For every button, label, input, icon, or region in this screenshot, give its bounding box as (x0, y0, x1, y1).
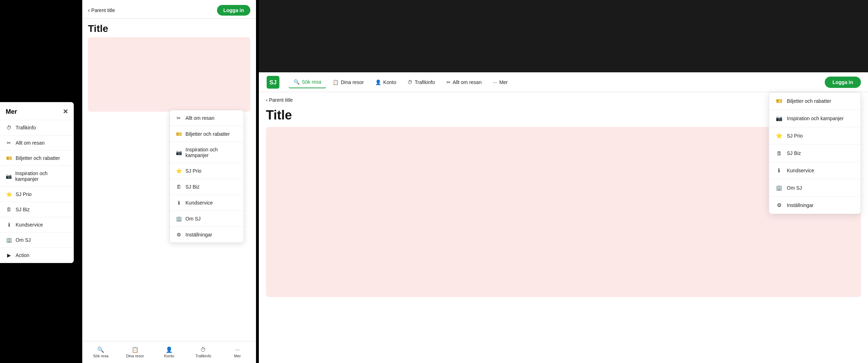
mobile-frame: ‹ Parent title Logga in Title ✂ Allt om … (82, 0, 256, 363)
inspiration-icon: 📷 (6, 173, 12, 179)
mobile-dd-sj-biz[interactable]: 🗓 SJ Biz (170, 179, 244, 195)
sj-biz-desktop-dd-icon: 🗓 (775, 150, 783, 157)
sidebar-item-kundservice[interactable]: ℹ Kundservice (0, 217, 74, 233)
installningar-desktop-dd-icon: ⚙ (775, 202, 783, 209)
nav-item-konto-label: Konto (383, 79, 396, 85)
desktop-dd-kundservice[interactable]: ℹ Kundservice (769, 162, 861, 179)
mer-nav-icon: ··· (493, 79, 497, 85)
sidebar-item-action[interactable]: ▶ Action (0, 248, 74, 263)
dina-resor-nav-icon: 📋 (333, 79, 339, 85)
sidebar-item-sj-prio[interactable]: ⭐ SJ Prio (0, 187, 74, 202)
nav-item-sok-resa[interactable]: 🔍 Sök resa (289, 76, 326, 88)
nav-item-sok-resa-label: Sök resa (302, 79, 321, 85)
desktop-dd-installningar[interactable]: ⚙ Inställningar (769, 197, 861, 214)
back-arrow-icon: ‹ (88, 7, 90, 13)
inspiration-dd-icon: 📷 (176, 149, 182, 156)
bottom-nav-mer[interactable]: ··· Mer (221, 345, 255, 359)
sj-prio-dd-icon: ⭐ (176, 168, 182, 174)
om-sj-icon: 🏢 (6, 237, 12, 243)
sidebar-item-allt-om-resan[interactable]: ✂ Allt om resan (0, 135, 74, 151)
mobile-dd-installningar-label: Inställningar (185, 232, 212, 238)
mobile-dd-inspiration-label: Inspiration och kampanjer (185, 147, 238, 158)
desktop-dd-inspiration[interactable]: 📷 Inspiration och kampanjer (769, 110, 861, 127)
desktop-login-button[interactable]: Logga in (825, 77, 861, 88)
mobile-login-button[interactable]: Logga in (217, 5, 250, 16)
bottom-nav-dina-resor[interactable]: 📋 Dina resor (118, 345, 152, 359)
nav-item-dina-resor[interactable]: 📋 Dina resor (328, 77, 369, 88)
nav-item-trafikinfo-label: Trafikinfo (414, 79, 435, 85)
konto-bottom-label: Konto (164, 354, 174, 358)
sok-resa-nav-icon: 🔍 (294, 79, 300, 85)
biljetter-dd-icon: 🎫 (176, 131, 182, 137)
sidebar-item-sj-prio-label: SJ Prio (16, 191, 32, 197)
desktop-dd-sj-prio-label: SJ Prio (787, 133, 803, 139)
mobile-dd-installningar[interactable]: ⚙ Inställningar (170, 227, 244, 242)
desktop-dd-om-sj[interactable]: 🏢 Om SJ (769, 179, 861, 197)
desktop-dd-kundservice-label: Kundservice (787, 168, 814, 173)
mobile-back-link[interactable]: ‹ Parent title (88, 7, 115, 13)
desktop-dd-biljetter[interactable]: 🎫 Biljetter och rabatter (769, 93, 861, 110)
nav-items: 🔍 Sök resa 📋 Dina resor 👤 Konto ⏱ Trafik… (289, 76, 825, 88)
sidebar-item-biljetter[interactable]: 🎫 Biljetter och rabatter (0, 151, 74, 166)
mobile-dd-om-sj[interactable]: 🏢 Om SJ (170, 211, 244, 227)
close-icon[interactable]: ✕ (63, 108, 68, 116)
desktop-parent-title: Parent title (269, 97, 293, 103)
trafikinfo-icon: ⏱ (6, 125, 12, 130)
mer-sidebar-header: Mer ✕ (0, 102, 74, 120)
sidebar-item-action-label: Action (16, 252, 29, 258)
desktop-dd-sj-biz[interactable]: 🗓 SJ Biz (769, 145, 861, 162)
mer-bottom-icon: ··· (235, 347, 240, 353)
action-icon: ▶ (6, 252, 12, 258)
desktop-dd-sj-prio[interactable]: ⭐ SJ Prio (769, 127, 861, 145)
kundservice-icon: ℹ (6, 222, 12, 228)
sj-biz-dd-icon: 🗓 (176, 184, 182, 190)
dina-resor-bottom-label: Dina resor (126, 354, 144, 358)
mobile-dd-biljetter[interactable]: 🎫 Biljetter och rabatter (170, 126, 244, 142)
sidebar-item-sj-biz[interactable]: 🗓 SJ Biz (0, 202, 74, 217)
nav-logo: SJ (266, 75, 280, 89)
sidebar-item-trafikinfo[interactable]: ⏱ Trafikinfo (0, 120, 74, 135)
mobile-dd-sj-prio[interactable]: ⭐ SJ Prio (170, 163, 244, 179)
allt-om-resan-dd-icon: ✂ (176, 115, 182, 121)
mobile-dropdown-menu: ✂ Allt om resan 🎫 Biljetter och rabatter… (169, 110, 244, 243)
nav-item-mer[interactable]: ··· Mer (488, 77, 513, 88)
allt-om-resan-nav-icon: ✂ (446, 79, 451, 85)
konto-nav-icon: 👤 (375, 79, 381, 85)
desktop-dd-installningar-label: Inställningar (787, 202, 814, 208)
nav-item-konto[interactable]: 👤 Konto (370, 77, 401, 88)
nav-item-trafikinfo[interactable]: ⏱ Trafikinfo (402, 77, 440, 88)
sidebar-item-om-sj[interactable]: 🏢 Om SJ (0, 233, 74, 248)
mobile-dd-sj-biz-label: SJ Biz (185, 184, 200, 190)
desktop-nav: SJ 🔍 Sök resa 📋 Dina resor 👤 Konto ⏱ (259, 72, 868, 92)
mobile-dd-allt-om-resan-label: Allt om resan (185, 115, 215, 121)
sidebar-item-inspiration[interactable]: 📷 Inspiration och kampanjer (0, 166, 74, 187)
nav-item-allt-om-resan-label: Allt om resan (453, 79, 482, 85)
mer-sidebar-title: Mer (6, 108, 17, 116)
kundservice-dd-icon: ℹ (176, 200, 182, 206)
om-sj-dd-icon: 🏢 (176, 216, 182, 222)
mobile-dd-allt-om-resan[interactable]: ✂ Allt om resan (170, 110, 244, 126)
sidebar-item-trafikinfo-label: Trafikinfo (16, 125, 36, 130)
mobile-dd-kundservice[interactable]: ℹ Kundservice (170, 195, 244, 211)
om-sj-desktop-dd-icon: 🏢 (775, 184, 783, 191)
dina-resor-bottom-icon: 📋 (132, 346, 139, 353)
left-panel: Mer ✕ ⏱ Trafikinfo ✂ Allt om resan 🎫 Bil… (0, 0, 259, 363)
mobile-bottom-nav: 🔍 Sök resa 📋 Dina resor 👤 Konto ⏱ Trafik… (82, 341, 256, 363)
bottom-nav-trafikinfo[interactable]: ⏱ Trafikinfo (186, 345, 220, 359)
bottom-nav-konto[interactable]: 👤 Konto (152, 345, 186, 359)
sidebar-item-sj-biz-label: SJ Biz (16, 207, 30, 212)
allt-om-resan-icon: ✂ (6, 140, 12, 146)
mobile-dd-sj-prio-label: SJ Prio (185, 168, 201, 174)
mobile-dd-inspiration[interactable]: 📷 Inspiration och kampanjer (170, 142, 244, 163)
mer-sidebar: Mer ✕ ⏱ Trafikinfo ✂ Allt om resan 🎫 Bil… (0, 102, 74, 263)
nav-item-mer-label: Mer (499, 79, 508, 85)
mobile-dd-om-sj-label: Om SJ (185, 216, 201, 222)
nav-item-allt-om-resan[interactable]: ✂ Allt om resan (441, 77, 487, 88)
mobile-header: ‹ Parent title Logga in (82, 0, 256, 19)
kundservice-desktop-dd-icon: ℹ (775, 167, 783, 174)
desktop-dd-sj-biz-label: SJ Biz (787, 150, 801, 156)
konto-bottom-icon: 👤 (166, 346, 173, 353)
bottom-nav-sok-resa[interactable]: 🔍 Sök resa (84, 345, 118, 359)
right-panel: SJ 🔍 Sök resa 📋 Dina resor 👤 Konto ⏱ (259, 0, 868, 363)
sj-prio-desktop-dd-icon: ⭐ (775, 132, 783, 139)
